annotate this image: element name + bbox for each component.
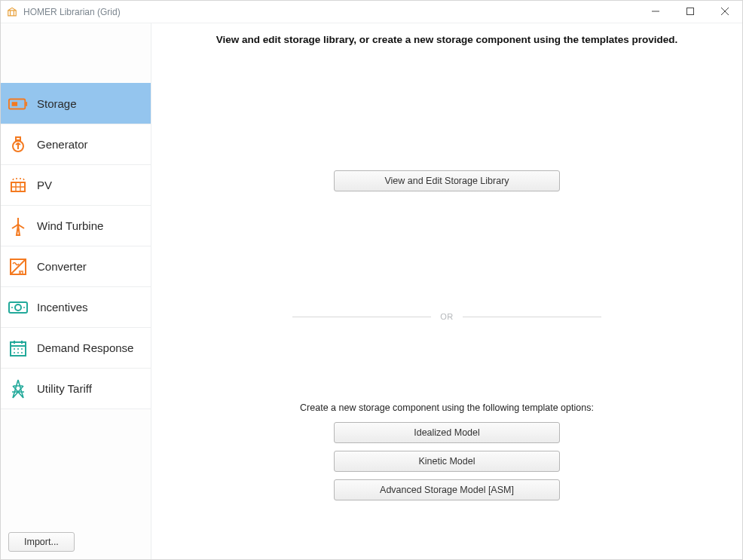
body: Storage Generator bbox=[1, 23, 742, 559]
template-prompt: Create a new storage component using the… bbox=[300, 402, 594, 413]
svg-point-14 bbox=[14, 348, 15, 350]
minimize-icon bbox=[652, 6, 659, 17]
svg-point-12 bbox=[23, 307, 25, 308]
template-button-kinetic[interactable]: Kinetic Model bbox=[334, 451, 560, 472]
wind-icon bbox=[8, 216, 28, 236]
svg-point-15 bbox=[17, 348, 19, 350]
sidebar-item-label: Storage bbox=[37, 97, 77, 110]
sidebar-footer: Import... bbox=[1, 525, 151, 559]
svg-rect-5 bbox=[16, 137, 20, 140]
window-controls bbox=[638, 1, 742, 23]
sidebar-item-converter[interactable]: Converter bbox=[1, 246, 151, 287]
divider-line-right bbox=[463, 317, 601, 317]
sidebar-list: Storage Generator bbox=[1, 84, 151, 525]
main-panel: View and edit storage library, or create… bbox=[151, 23, 742, 559]
template-section: Create a new storage component using the… bbox=[300, 402, 594, 500]
maximize-icon bbox=[686, 6, 694, 17]
tower-icon bbox=[8, 379, 28, 399]
view-edit-library-button[interactable]: View and Edit Storage Library bbox=[334, 170, 560, 191]
maximize-button[interactable] bbox=[673, 1, 708, 23]
sidebar-spacer bbox=[1, 23, 151, 84]
sidebar-item-wind[interactable]: Wind Turbine bbox=[1, 205, 151, 246]
sidebar-item-storage[interactable]: Storage bbox=[1, 83, 151, 124]
svg-point-17 bbox=[14, 352, 15, 353]
close-icon bbox=[721, 6, 729, 17]
template-button-asm[interactable]: Advanced Storage Model [ASM] bbox=[334, 479, 560, 500]
money-icon bbox=[8, 298, 28, 317]
svg-point-16 bbox=[21, 348, 23, 350]
generator-icon bbox=[8, 135, 28, 155]
svg-point-10 bbox=[15, 304, 21, 311]
svg-rect-0 bbox=[687, 8, 694, 15]
minimize-button[interactable] bbox=[638, 1, 673, 23]
sidebar-item-utility-tariff[interactable]: Utility Tariff bbox=[1, 368, 151, 409]
svg-point-18 bbox=[17, 352, 19, 353]
sidebar-item-label: Utility Tariff bbox=[37, 382, 92, 395]
titlebar-left: HOMER Librarian (Grid) bbox=[7, 6, 121, 18]
view-edit-region: View and Edit Storage Library bbox=[334, 170, 560, 191]
or-label: OR bbox=[440, 312, 454, 321]
close-button[interactable] bbox=[708, 1, 742, 23]
divider-line-left bbox=[292, 317, 431, 317]
sidebar-item-label: Converter bbox=[37, 260, 87, 273]
template-button-idealized[interactable]: Idealized Model bbox=[334, 422, 560, 443]
sidebar-item-label: PV bbox=[37, 179, 52, 191]
svg-rect-3 bbox=[12, 102, 17, 106]
pv-icon bbox=[8, 176, 28, 195]
app-icon bbox=[7, 6, 19, 18]
window-title: HOMER Librarian (Grid) bbox=[23, 7, 121, 17]
sidebar-item-label: Demand Response bbox=[37, 341, 133, 354]
sidebar-item-pv[interactable]: PV bbox=[1, 164, 151, 206]
sidebar-item-generator[interactable]: Generator bbox=[1, 124, 151, 165]
battery-icon bbox=[8, 94, 28, 114]
sidebar-item-demand-response[interactable]: Demand Response bbox=[1, 327, 151, 369]
intro-text: View and edit storage library, or create… bbox=[151, 34, 742, 45]
svg-rect-2 bbox=[26, 102, 27, 106]
import-button[interactable]: Import... bbox=[8, 532, 75, 552]
or-divider: OR bbox=[292, 312, 601, 321]
svg-point-11 bbox=[11, 307, 13, 308]
calendar-icon bbox=[8, 338, 28, 358]
sidebar-item-label: Generator bbox=[37, 138, 88, 151]
sidebar-item-label: Wind Turbine bbox=[37, 219, 103, 232]
app-window: HOMER Librarian (Grid) bbox=[0, 0, 743, 560]
sidebar-item-label: Incentives bbox=[37, 301, 88, 314]
svg-point-19 bbox=[21, 352, 23, 353]
sidebar: Storage Generator bbox=[1, 23, 151, 559]
converter-icon bbox=[8, 257, 28, 277]
titlebar: HOMER Librarian (Grid) bbox=[1, 1, 742, 23]
sidebar-item-incentives[interactable]: Incentives bbox=[1, 286, 151, 328]
